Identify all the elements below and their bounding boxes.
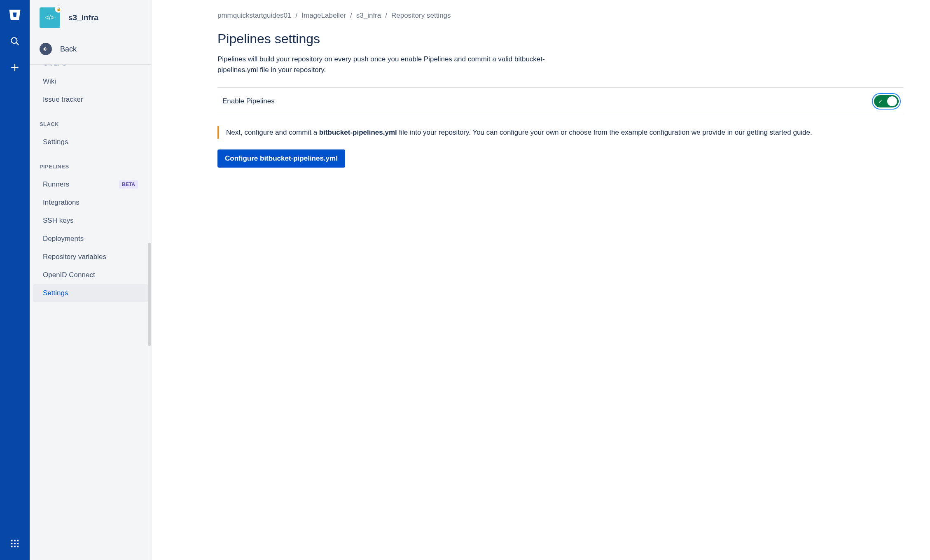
sidebar-item-slack-settings[interactable]: Settings: [33, 133, 148, 151]
sidebar-item-wiki[interactable]: Wiki: [33, 72, 148, 91]
search-icon[interactable]: [7, 34, 22, 49]
sidebar-item-git-lfs[interactable]: Git LFS: [33, 64, 148, 72]
repo-avatar-icon: </> 🔒: [40, 7, 60, 28]
svg-rect-5: [14, 540, 16, 541]
sidebar-item-label: Settings: [43, 289, 68, 297]
sidebar-item-label: Runners: [43, 180, 69, 189]
page-title: Pipelines settings: [217, 31, 904, 47]
breadcrumb-separator: /: [385, 12, 387, 20]
configure-pipelines-button[interactable]: Configure bitbucket-pipelines.yml: [217, 149, 345, 168]
sidebar-item-label: Issue tracker: [43, 96, 83, 104]
svg-rect-9: [17, 543, 19, 544]
repo-avatar-glyph: </>: [45, 14, 54, 21]
callout-filename: bitbucket-pipelines.yml: [319, 128, 397, 136]
sidebar-section-slack: SLACK: [30, 109, 151, 133]
enable-pipelines-row: Enable Pipelines ✓: [217, 87, 904, 115]
sidebar-item-label: OpenID Connect: [43, 271, 95, 279]
sidebar-item-pipeline-settings[interactable]: Settings: [33, 284, 148, 302]
svg-line-1: [16, 43, 19, 45]
svg-rect-11: [14, 546, 16, 548]
enable-pipelines-label: Enable Pipelines: [222, 97, 275, 105]
svg-rect-4: [11, 540, 13, 541]
sidebar-item-label: Integrations: [43, 198, 79, 207]
page-lead: Pipelines will build your repository on …: [217, 54, 568, 76]
beta-badge: BETA: [119, 180, 138, 189]
global-nav-rail: [0, 0, 30, 560]
sidebar-item-label: Repository variables: [43, 253, 106, 261]
svg-rect-7: [11, 543, 13, 544]
breadcrumb-item[interactable]: s3_infra: [356, 12, 381, 20]
svg-rect-12: [17, 546, 19, 548]
bitbucket-logo-icon[interactable]: [7, 7, 22, 22]
scrollbar[interactable]: [148, 243, 151, 346]
breadcrumb-item[interactable]: ImageLabeller: [301, 12, 346, 20]
sidebar-item-repository-variables[interactable]: Repository variables: [33, 248, 148, 266]
sidebar-item-label: Git LFS: [43, 64, 67, 68]
svg-rect-6: [17, 540, 19, 541]
sidebar-item-runners[interactable]: Runners BETA: [33, 175, 148, 194]
breadcrumb-item[interactable]: pmmquickstartguides01: [217, 12, 292, 20]
sidebar-item-label: Deployments: [43, 235, 84, 243]
toggle-knob: [887, 96, 897, 106]
breadcrumb-separator: /: [350, 12, 352, 20]
main-content: pmmquickstartguides01/ ImageLabeller/ s3…: [152, 0, 930, 560]
svg-point-0: [11, 37, 17, 43]
enable-pipelines-toggle[interactable]: ✓: [874, 95, 899, 107]
svg-rect-10: [11, 546, 13, 548]
callout-text: file into your repository. You can confi…: [397, 128, 812, 136]
repo-name: s3_infra: [68, 13, 98, 22]
sidebar-item-label: Wiki: [43, 77, 56, 86]
plus-icon[interactable]: [7, 60, 22, 75]
repo-header: </> 🔒 s3_infra: [30, 0, 151, 33]
sidebar-section-pipelines: PIPELINES: [30, 151, 151, 175]
sidebar-item-issue-tracker[interactable]: Issue tracker: [33, 91, 148, 109]
breadcrumb-item[interactable]: Repository settings: [391, 12, 451, 20]
arrow-left-icon: [40, 43, 52, 55]
callout: Next, configure and commit a bitbucket-p…: [217, 126, 904, 139]
lock-icon: 🔒: [55, 6, 62, 12]
breadcrumb: pmmquickstartguides01/ ImageLabeller/ s3…: [217, 12, 904, 20]
sidebar-item-ssh-keys[interactable]: SSH keys: [33, 212, 148, 230]
back-button[interactable]: Back: [30, 33, 151, 64]
sidebar-item-integrations[interactable]: Integrations: [33, 194, 148, 212]
callout-text: Next, configure and commit a: [226, 128, 319, 136]
svg-rect-8: [14, 543, 16, 544]
sidebar-item-openid-connect[interactable]: OpenID Connect: [33, 266, 148, 284]
sidebar-item-label: Settings: [43, 138, 68, 146]
apps-icon[interactable]: [7, 536, 22, 551]
back-label: Back: [60, 45, 77, 54]
sidebar-item-deployments[interactable]: Deployments: [33, 230, 148, 248]
sidebar: </> 🔒 s3_infra Back Git LFS Wiki Issue t…: [30, 0, 152, 560]
check-icon: ✓: [878, 98, 883, 105]
sidebar-nav: Git LFS Wiki Issue tracker SLACK Setting…: [30, 64, 151, 560]
breadcrumb-separator: /: [296, 12, 298, 20]
sidebar-item-label: SSH keys: [43, 217, 74, 225]
